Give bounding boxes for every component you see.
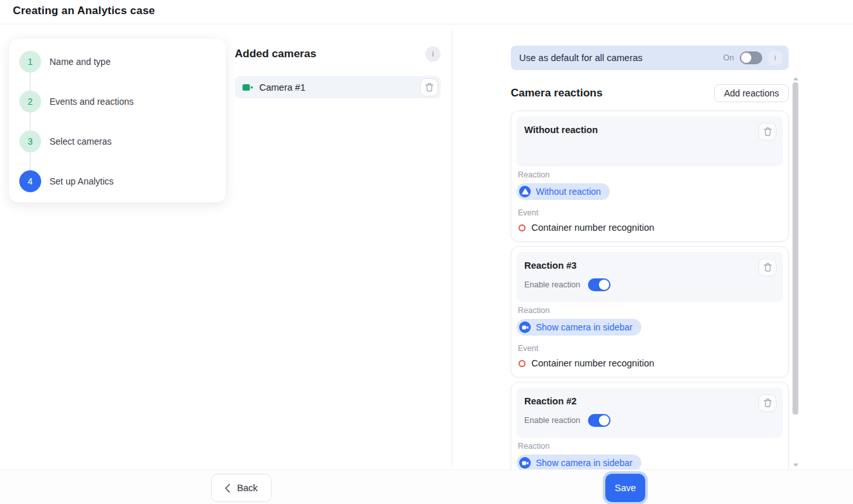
enable-reaction-label: Enable reaction bbox=[524, 416, 580, 425]
modal-header: Creating an Analytics case bbox=[0, 0, 853, 24]
added-cameras-panel: Added cameras i Camera #1 bbox=[235, 39, 441, 98]
camera-name: Camera #1 bbox=[259, 82, 414, 93]
reaction-card: Without reaction Reaction Without reacti… bbox=[511, 111, 789, 242]
step-select-cameras[interactable]: 3 Select cameras bbox=[19, 130, 216, 152]
event-name: Container number recognition bbox=[531, 358, 654, 368]
vertical-divider bbox=[452, 30, 452, 468]
info-icon[interactable]: i bbox=[768, 51, 782, 65]
step-label: Events and reactions bbox=[50, 96, 134, 107]
info-icon[interactable]: i bbox=[425, 46, 441, 62]
step-connector bbox=[30, 113, 31, 130]
step-number-badge: 2 bbox=[19, 91, 41, 113]
reaction-card-header: Reaction #3 Enable reaction bbox=[517, 252, 783, 302]
reaction-card-title: Reaction #2 bbox=[524, 396, 775, 406]
step-set-up-analytics[interactable]: 4 Set up Analytics bbox=[19, 170, 216, 192]
camera-reactions-heading: Camera reactions bbox=[511, 87, 603, 100]
toggle-state-label: On bbox=[723, 53, 734, 62]
toggle-knob bbox=[599, 280, 609, 290]
scrollbar-thumb[interactable] bbox=[793, 82, 798, 415]
delete-reaction-button[interactable] bbox=[758, 123, 776, 141]
step-events-and-reactions[interactable]: 2 Events and reactions bbox=[19, 91, 216, 113]
default-for-all-cameras-banner: Use as default for all cameras On i bbox=[511, 46, 789, 70]
delete-camera-button[interactable] bbox=[420, 78, 438, 96]
trash-icon bbox=[764, 127, 772, 136]
step-connector bbox=[30, 73, 31, 91]
trash-icon bbox=[425, 83, 434, 92]
camera-icon bbox=[243, 84, 253, 91]
warning-triangle-icon bbox=[519, 186, 531, 197]
banner-label: Use as default for all cameras bbox=[519, 53, 723, 63]
camera-icon bbox=[519, 321, 531, 333]
use-as-default-toggle[interactable] bbox=[740, 51, 762, 64]
reaction-field-label: Reaction bbox=[518, 170, 783, 179]
trash-icon bbox=[764, 263, 772, 272]
delete-reaction-button[interactable] bbox=[758, 394, 776, 412]
reactions-scrollbar[interactable] bbox=[793, 76, 798, 468]
camera-icon bbox=[519, 457, 531, 469]
reaction-card-title: Reaction #3 bbox=[524, 260, 775, 271]
step-number-badge: 3 bbox=[19, 130, 41, 152]
scrollbar-down-arrow[interactable] bbox=[793, 464, 798, 467]
enable-reaction-toggle[interactable] bbox=[588, 278, 610, 291]
add-reactions-button[interactable]: Add reactions bbox=[714, 84, 789, 102]
reaction-card-title: Without reaction bbox=[524, 125, 775, 135]
chevron-left-icon bbox=[225, 483, 230, 493]
step-number-badge: 1 bbox=[19, 51, 41, 73]
toggle-knob bbox=[599, 415, 609, 426]
reaction-chip-label: Show camera in sidebar bbox=[536, 322, 632, 332]
camera-list-item: Camera #1 bbox=[235, 76, 441, 98]
event-dot-icon bbox=[518, 360, 526, 367]
step-label: Select cameras bbox=[50, 136, 111, 147]
event-field-label: Event bbox=[518, 208, 783, 217]
delete-reaction-button[interactable] bbox=[758, 258, 776, 276]
reaction-chip[interactable]: Show camera in sidebar bbox=[517, 319, 641, 336]
step-number-badge: 4 bbox=[19, 170, 41, 192]
reaction-card: Reaction #3 Enable reaction Reaction Sho… bbox=[511, 246, 789, 377]
modal-footer: Back Save bbox=[0, 469, 853, 504]
event-dot-icon bbox=[518, 224, 526, 231]
step-name-and-type[interactable]: 1 Name and type bbox=[19, 51, 216, 73]
page-title: Creating an Analytics case bbox=[13, 4, 155, 17]
reaction-card-header: Reaction #2 Enable reaction bbox=[517, 388, 783, 438]
reaction-card-header: Without reaction bbox=[517, 116, 783, 166]
wizard-steps-panel: 1 Name and type 2 Events and reactions 3… bbox=[9, 39, 226, 203]
enable-reaction-toggle[interactable] bbox=[588, 414, 610, 427]
step-label: Name and type bbox=[50, 57, 111, 67]
scrollbar-up-arrow[interactable] bbox=[793, 77, 798, 80]
event-row: Container number recognition bbox=[518, 222, 783, 233]
reaction-card: Reaction #2 Enable reaction Reaction Sho… bbox=[511, 382, 789, 480]
event-field-label: Event bbox=[518, 344, 783, 353]
reaction-chip-label: Without reaction bbox=[536, 186, 601, 197]
event-name: Container number recognition bbox=[531, 222, 654, 233]
save-button[interactable]: Save bbox=[605, 474, 645, 502]
reaction-field-label: Reaction bbox=[518, 442, 783, 451]
toggle-knob bbox=[741, 53, 751, 63]
reaction-cards-list: Without reaction Reaction Without reacti… bbox=[511, 111, 789, 480]
enable-reaction-label: Enable reaction bbox=[524, 280, 580, 289]
reaction-field-label: Reaction bbox=[518, 306, 783, 315]
back-button[interactable]: Back bbox=[211, 474, 271, 502]
step-connector bbox=[30, 152, 31, 170]
added-cameras-heading: Added cameras bbox=[235, 48, 316, 60]
event-row: Container number recognition bbox=[518, 358, 783, 368]
step-label: Set up Analytics bbox=[50, 176, 114, 186]
reaction-chip[interactable]: Without reaction bbox=[517, 183, 610, 200]
back-button-label: Back bbox=[237, 483, 257, 493]
trash-icon bbox=[764, 399, 772, 408]
reaction-chip-label: Show camera in sidebar bbox=[536, 458, 632, 468]
reactions-panel: Use as default for all cameras On i Came… bbox=[511, 39, 789, 480]
